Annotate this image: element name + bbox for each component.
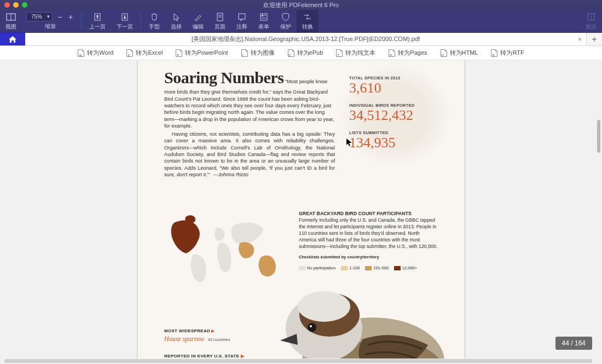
pdf-page: Soaring Numbers "Most people know more b… — [138, 60, 464, 359]
convert-epub-button[interactable]: E转为ePub — [288, 49, 323, 57]
home-icon — [8, 35, 18, 44]
tab-title: [美国国家地理杂志].National.Geographic.USA.2013-… — [192, 35, 420, 43]
article-headline: Soaring Numbers — [164, 68, 283, 86]
map-heading: GREAT BACKYARD BIRD COUNT PARTICIPANTS — [299, 211, 438, 217]
svg-rect-9 — [262, 15, 263, 16]
convert-excel-button[interactable]: E转为Excel — [126, 49, 163, 57]
view-button[interactable]: 视图 — [0, 10, 22, 32]
document-tab[interactable]: [美国国家地理杂志].National.Geographic.USA.2013-… — [25, 33, 587, 45]
convert-html-button[interactable]: H转为HTML — [441, 49, 478, 57]
view-label: 视图 — [5, 23, 16, 31]
file-icon: P — [389, 49, 395, 57]
stat-value-0: 3,610 — [349, 81, 442, 95]
info-icon: i — [587, 12, 595, 22]
annotate-button[interactable]: 注释 — [231, 10, 253, 32]
zoom-select[interactable]: 75% — [26, 12, 53, 21]
close-tab-button[interactable]: × — [578, 36, 582, 43]
window-title: 欢迎使用 PDFelement 6 Pro — [0, 1, 602, 9]
convert-ppt-button[interactable]: P转为PowerPoint — [176, 49, 228, 57]
convert-word-button[interactable]: W转为Word — [78, 49, 113, 57]
note-icon — [238, 12, 246, 22]
file-icon: E — [288, 49, 294, 57]
svg-rect-7 — [239, 14, 245, 19]
zoom-in-button[interactable]: + — [67, 13, 74, 21]
stat-value-2: 134,935 — [349, 136, 442, 150]
bird-illustration — [264, 263, 444, 359]
svg-rect-8 — [261, 14, 267, 20]
page-icon — [216, 12, 224, 22]
page-button[interactable]: 页面 — [209, 10, 231, 32]
select-tool-button[interactable]: 选择 — [165, 10, 187, 32]
shield-icon — [282, 12, 290, 22]
pencil-icon — [194, 12, 202, 22]
file-icon: T — [336, 49, 343, 57]
svg-text:i: i — [591, 14, 592, 20]
convert-text-button[interactable]: T转为纯文本 — [336, 49, 375, 57]
file-icon: P — [176, 49, 182, 57]
comment-panel-button[interactable]: i 批注 — [580, 10, 602, 32]
convert-subtoolbar: W转为Word E转为Excel P转为PowerPoint I转为图像 E转为… — [0, 46, 602, 60]
convert-button[interactable]: 转换 — [297, 10, 319, 32]
convert-image-button[interactable]: I转为图像 — [241, 49, 275, 57]
file-icon: E — [126, 49, 133, 57]
file-icon: I — [241, 49, 248, 57]
zoom-out-button[interactable]: − — [56, 13, 63, 21]
horizontal-scroll-thumb[interactable] — [4, 359, 592, 363]
file-icon: W — [78, 49, 84, 57]
edit-button[interactable]: 编辑 — [187, 10, 209, 32]
vertical-scroll-thumb[interactable] — [597, 120, 600, 153]
new-tab-button[interactable]: + — [587, 33, 602, 45]
prev-page-button[interactable]: 上一页 — [84, 10, 111, 32]
legend-title: Checklists submitted by country/territor… — [299, 255, 438, 260]
most-widespread-block: MOST WIDESPREAD ▶ House sparrow 43 count… — [164, 328, 230, 343]
zoom-group: 75% − + 缩放 — [22, 10, 79, 32]
tab-strip: [美国国家地理杂志].National.Geographic.USA.2013-… — [0, 33, 602, 46]
protect-button[interactable]: 保护 — [275, 10, 297, 32]
svg-point-20 — [310, 325, 312, 327]
next-page-button[interactable]: 下一页 — [111, 10, 138, 32]
convert-pages-button[interactable]: P转为Pages — [389, 49, 427, 57]
view-icon — [6, 12, 16, 22]
page-down-icon — [120, 12, 129, 22]
page-up-icon — [93, 12, 102, 22]
horizontal-scrollbar[interactable] — [0, 359, 602, 364]
form-icon — [260, 12, 268, 22]
convert-rtf-button[interactable]: R转为RTF — [491, 49, 524, 57]
reported-heading: REPORTED IN EVERY U.S. STATE ▶ — [164, 354, 244, 359]
article-byline: —Johnna Rizzo — [213, 172, 248, 177]
svg-point-19 — [308, 323, 316, 332]
hand-icon — [150, 12, 159, 22]
stat-value-1: 34,512,432 — [349, 108, 442, 123]
cursor-icon — [172, 12, 180, 22]
convert-icon — [303, 12, 312, 22]
zoom-label: 缩放 — [45, 22, 56, 30]
article-para2: Having citizens, not scientists, contrib… — [164, 131, 335, 177]
map-text: Formerly including only the U.S. and Can… — [299, 217, 438, 250]
home-button[interactable] — [0, 33, 25, 45]
form-button[interactable]: 表单 — [253, 10, 275, 32]
stats-block: TOTAL SPECIES IN 2013 3,610 INDIVIDUAL B… — [349, 76, 442, 158]
file-icon: H — [441, 49, 447, 57]
file-icon: R — [491, 49, 497, 57]
hand-tool-button[interactable]: 手型 — [143, 10, 165, 32]
document-viewport[interactable]: Soaring Numbers "Most people know more b… — [0, 60, 602, 359]
page-indicator[interactable]: 44 / 164 — [555, 337, 592, 350]
vertical-scrollbar[interactable] — [597, 60, 601, 359]
svg-point-18 — [298, 291, 350, 322]
main-toolbar: 视图 75% − + 缩放 上一页 下一页 手型 选 — [0, 10, 602, 33]
titlebar: 欢迎使用 PDFelement 6 Pro — [0, 0, 602, 10]
